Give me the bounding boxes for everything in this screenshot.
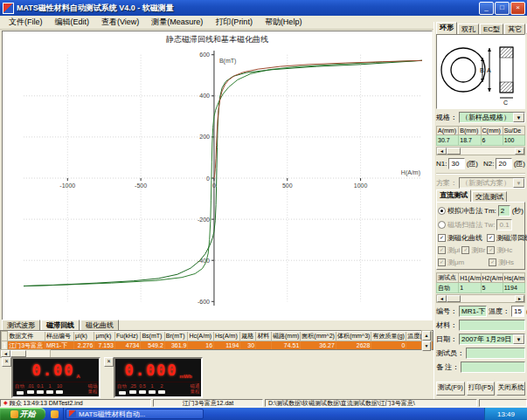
flux-meter: 0.000 mWb 自动 .25 0.5 1 2 磁通量程 — [114, 357, 203, 398]
svg-text:H(A/m): H(A/m) — [401, 169, 420, 176]
hysteresis-loop-checkbox[interactable] — [487, 234, 495, 242]
note-field[interactable] — [461, 361, 525, 373]
quick-launch — [45, 408, 64, 420]
scroll-down-icon[interactable]: ▼ — [422, 341, 431, 351]
menu-view[interactable]: 查看(View) — [96, 16, 144, 29]
col-area[interactable]: 面积(mm^2) — [301, 332, 336, 341]
maximize-icon[interactable]: □ — [495, 2, 510, 15]
menu-help[interactable]: 帮助(Help) — [260, 16, 308, 29]
col-path-length[interactable]: 磁路(mm) — [272, 332, 301, 341]
app-icon — [3, 3, 14, 14]
col-mui[interactable]: μi(k) — [74, 332, 94, 341]
n1-field[interactable]: 30 — [448, 158, 464, 169]
svg-text:-200: -200 — [198, 217, 210, 223]
minimize-icon[interactable]: _ — [479, 2, 494, 15]
menu-print[interactable]: 打印(Print) — [210, 16, 258, 29]
start-button[interactable]: 开始 — [0, 408, 45, 420]
range-0.1-button[interactable] — [37, 390, 44, 394]
svg-text:0: 0 — [212, 182, 216, 189]
plan-dropdown: （新测试方案） ▼ — [459, 177, 525, 189]
tab-dc-test[interactable]: 直流测试 — [436, 189, 471, 202]
col-data-file[interactable]: 数据文件 — [8, 332, 45, 341]
range-auto-button[interactable] — [119, 391, 126, 395]
taskbar-item-mats[interactable]: MATS磁性材料自动... — [66, 409, 204, 419]
material-field[interactable] — [459, 320, 525, 331]
dimensions-row[interactable]: 30.7 18.7 6 100 — [437, 135, 525, 146]
tab-ac-test[interactable]: 交流测试 — [472, 191, 507, 202]
impulse-method-radio[interactable] — [438, 207, 446, 215]
menu-edit[interactable]: 编辑(Edit) — [50, 16, 95, 29]
tab-toroid[interactable]: 环形 — [436, 22, 457, 34]
range-2-button[interactable] — [158, 390, 165, 394]
range-0.5-button[interactable] — [139, 390, 146, 394]
n2-label: N2: — [483, 160, 494, 168]
field-range-buttons: 自动 .01 0.1 1 10 — [15, 383, 87, 395]
test-points-row[interactable]: 自动 1 5 1194 — [437, 283, 525, 293]
status-data-file: 江门3号富意12.dat — [183, 400, 233, 406]
spec-label: 规格： — [436, 113, 457, 122]
flux-meter-close-icon[interactable]: × — [104, 357, 114, 367]
tab-test-waveform[interactable]: 测试波形 — [2, 320, 40, 330]
menu-file[interactable]: 文件(File) — [3, 16, 48, 29]
n1-label: N1: — [436, 160, 447, 168]
points-scrollbar[interactable]: ◄► — [436, 294, 525, 303]
field-meter-close-icon[interactable]: × — [2, 357, 11, 367]
tab-ec-core[interactable]: EC型 — [480, 24, 503, 34]
close-icon[interactable]: × — [510, 2, 525, 15]
col-br[interactable]: Br(mT) — [164, 332, 188, 341]
flux-range-buttons: 自动 .25 0.5 1 2 — [117, 383, 190, 395]
col-bs[interactable]: Bs(mT) — [141, 332, 164, 341]
date-dropdown[interactable]: 2007年 1月29日 ▼ — [459, 334, 525, 345]
chevron-down-icon[interactable]: ▼ — [513, 113, 524, 122]
scrollbar-thumb[interactable] — [10, 350, 26, 357]
range-1-button[interactable] — [149, 390, 156, 394]
temperature-field[interactable]: 15 — [511, 306, 524, 317]
status-data-path: D:\测试数据\软磁测试数据\直流测试数据\江门3号富意\ — [268, 400, 415, 406]
sweep-method-radio[interactable] — [438, 221, 446, 229]
quick-launch-icon[interactable] — [51, 410, 59, 418]
shutdown-button[interactable]: 关闭系统 — [496, 382, 525, 396]
col-mass[interactable]: 有效质量(g) — [371, 332, 406, 341]
col-spec[interactable]: 规格 — [240, 332, 256, 341]
magnetization-curve-checkbox[interactable] — [438, 234, 446, 242]
print-button[interactable]: 打印(F5) — [467, 382, 496, 396]
scroll-left-icon[interactable]: ◄ — [1, 350, 10, 357]
tester-field[interactable] — [466, 348, 525, 359]
col-hs[interactable]: Hs(A/m) — [214, 332, 240, 341]
range-10-button[interactable] — [56, 390, 63, 394]
n2-field[interactable]: 20 — [496, 158, 511, 169]
spec-dropdown[interactable]: （新样品规格） ▼ — [459, 112, 525, 123]
col-hc[interactable]: Hc(A/m) — [188, 332, 214, 341]
svg-text:A: A — [487, 67, 491, 73]
sample-id-field[interactable]: MR1-下 — [459, 306, 487, 317]
tab-magnetization-curve[interactable]: 磁化曲线 — [80, 320, 119, 330]
chevron-down-icon[interactable]: ▼ — [513, 334, 524, 344]
range-0.01-button[interactable] — [27, 390, 34, 394]
result-tabs: 测试波形 磁滞回线 磁化曲线 — [2, 320, 120, 330]
dims-scrollbar[interactable]: ◄► — [436, 147, 525, 155]
svg-text:B: B — [480, 67, 484, 73]
col-sample-id[interactable]: 样品编号 — [45, 332, 74, 341]
scroll-up-icon[interactable]: ▲ — [422, 331, 431, 341]
svg-text:500: 500 — [282, 182, 293, 189]
test-button[interactable]: 测试(F9) — [436, 382, 465, 396]
hs-checkbox — [489, 258, 496, 266]
tab-other[interactable]: 其它 — [504, 24, 525, 34]
tm-field[interactable]: 2 — [498, 205, 510, 217]
range-0.25-button[interactable] — [129, 390, 136, 394]
hc-checkbox — [487, 246, 495, 254]
sample-settings-panel: 环形 双孔 EC型 其它 ◄► BA C 规格： （新样品规格） — [433, 22, 527, 399]
tab-double-hole[interactable]: 双孔 — [458, 24, 479, 34]
col-volume[interactable]: 体积(mm^3) — [336, 332, 371, 341]
mui-checkbox — [438, 246, 446, 254]
br-checkbox — [461, 246, 469, 254]
menu-measure[interactable]: 测量(Measure) — [146, 16, 208, 29]
table-row[interactable]: 1 江门3号富意 MR1-下 2.276 7.153 4734 549.2 36… — [2, 341, 433, 350]
system-tray-clock[interactable]: 13:49 — [484, 408, 527, 420]
range-1-button[interactable] — [46, 390, 53, 394]
col-mum[interactable]: μm(k) — [94, 332, 115, 341]
range-auto-button[interactable] — [17, 391, 24, 395]
col-fu[interactable]: Fu(kHz) — [115, 332, 141, 341]
col-material[interactable]: 材料 — [256, 332, 272, 341]
results-vertical-scrollbar[interactable]: ▲ ▼ — [421, 330, 432, 350]
